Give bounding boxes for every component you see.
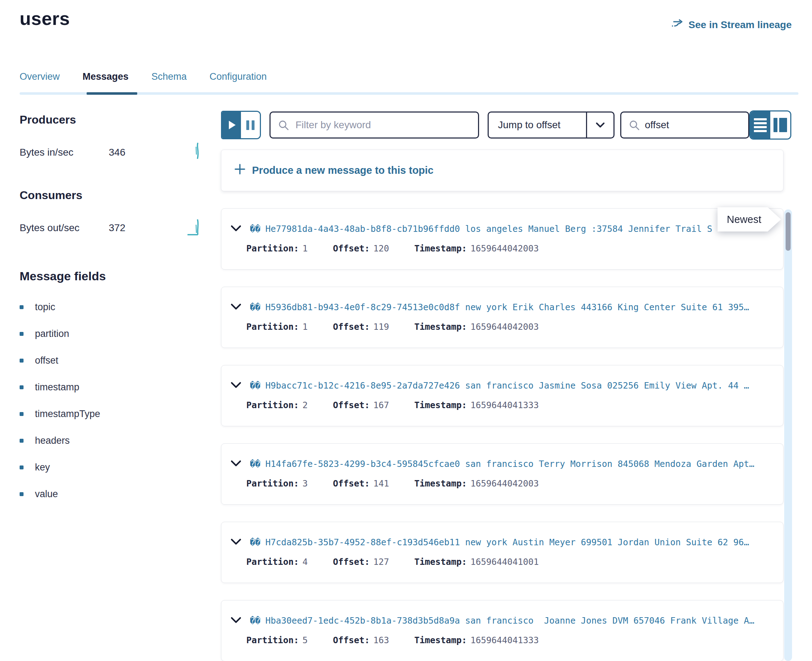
- offset-label: Offset:: [333, 400, 370, 410]
- field-item-topic[interactable]: topic: [19, 302, 203, 313]
- bytes-out-label: Bytes out/sec: [19, 222, 109, 234]
- offset-value: 167: [373, 400, 389, 410]
- partition-value: 5: [303, 635, 308, 645]
- message-row[interactable]: �� H14fa67fe-5823-4299-b3c4-595845cfcae0…: [221, 444, 783, 505]
- bullet-icon: [19, 305, 24, 309]
- pause-icon: [251, 120, 255, 130]
- field-item-headers[interactable]: headers: [19, 435, 203, 446]
- newest-tooltip-label: Newest: [727, 214, 761, 225]
- producers-heading: Producers: [19, 113, 203, 126]
- partition-label: Partition:: [246, 400, 299, 410]
- stream-lineage-label: See in Stream lineage: [689, 19, 792, 30]
- partition-label: Partition:: [246, 635, 299, 645]
- tab-configuration[interactable]: Configuration: [210, 71, 267, 92]
- replacement-char-glyphs: ��: [250, 224, 261, 234]
- field-item-offset[interactable]: offset: [19, 355, 203, 366]
- active-tab-indicator: [86, 92, 137, 95]
- message-key: H14fa67fe-5823-4299-b3c4-595845cfcae0 sa…: [266, 459, 769, 469]
- field-item-timestamptype[interactable]: timestampType: [19, 409, 203, 420]
- offset-value: 119: [373, 322, 389, 332]
- pause-button[interactable]: [241, 112, 260, 138]
- stream-lineage-link[interactable]: See in Stream lineage: [671, 19, 792, 31]
- message-row[interactable]: �� Hba30eed7-1edc-452b-8b1a-738d3b5d8a9a…: [221, 600, 783, 661]
- produce-message-button[interactable]: Produce a new message to this topic: [221, 150, 783, 191]
- bullet-icon: [19, 385, 24, 389]
- timestamp-label: Timestamp:: [414, 478, 467, 489]
- message-key: He77981da-4a43-48ab-b8f8-cb71b96ffdd0 lo…: [266, 224, 769, 234]
- chevron-down-icon[interactable]: [231, 225, 241, 233]
- timestamp-value: 1659644042003: [471, 478, 539, 489]
- messages-toolbar: Jump to offset: [221, 112, 791, 139]
- message-row[interactable]: �� H9bacc71c-b12c-4216-8e95-2a7da727e426…: [221, 365, 783, 426]
- play-button[interactable]: [222, 112, 241, 138]
- tab-overview[interactable]: Overview: [19, 71, 60, 92]
- message-row[interactable]: �� H5936db81-b943-4e0f-8c29-74513e0c0d8f…: [221, 287, 783, 348]
- message-fields-list: topic partition offset timestamp timesta…: [19, 302, 203, 500]
- field-item-key[interactable]: key: [19, 462, 203, 473]
- message-row[interactable]: �� He77981da-4a43-48ab-b8f8-cb71b96ffdd0…: [221, 208, 783, 270]
- message-list: �� He77981da-4a43-48ab-b8f8-cb71b96ffdd0…: [221, 208, 783, 661]
- replacement-char-glyphs: ��: [250, 615, 261, 626]
- jump-to-offset-value: Jump to offset: [489, 119, 586, 131]
- bullet-icon: [19, 332, 24, 336]
- bytes-in-value: 346: [109, 147, 125, 158]
- chevron-down-icon[interactable]: [231, 303, 241, 311]
- pause-icon: [246, 120, 249, 130]
- field-item-timestamp[interactable]: timestamp: [19, 382, 203, 393]
- tab-schema[interactable]: Schema: [152, 71, 187, 92]
- bytes-out-sparkline: [187, 217, 203, 239]
- view-mode-toggle: [749, 110, 791, 140]
- message-key: Hba30eed7-1edc-452b-8b1a-738d3b5d8a9a sa…: [266, 615, 769, 626]
- newest-tooltip: Newest: [718, 207, 781, 232]
- scrollbar-track[interactable]: [784, 209, 792, 661]
- tab-messages[interactable]: Messages: [83, 71, 129, 92]
- chevron-down-icon[interactable]: [231, 460, 241, 468]
- bullet-icon: [19, 439, 24, 443]
- replacement-char-glyphs: ��: [250, 302, 261, 312]
- message-row[interactable]: �� H7cda825b-35b7-4952-88ef-c193d546eb11…: [221, 522, 783, 583]
- search-icon: [629, 120, 640, 132]
- bullet-icon: [19, 465, 24, 469]
- field-label: value: [35, 489, 58, 500]
- offset-value: 141: [373, 478, 389, 489]
- chevron-down-icon[interactable]: [231, 382, 241, 390]
- field-item-value[interactable]: value: [19, 489, 203, 500]
- produce-message-label: Produce a new message to this topic: [252, 164, 434, 176]
- timestamp-label: Timestamp:: [414, 400, 467, 410]
- jump-to-offset-select[interactable]: Jump to offset: [488, 112, 615, 139]
- keyword-filter-input[interactable]: [271, 112, 478, 138]
- scrollbar-thumb[interactable]: [786, 212, 791, 251]
- search-icon: [279, 120, 289, 132]
- play-icon: [229, 121, 235, 129]
- bytes-out-value: 372: [109, 222, 125, 234]
- field-item-partition[interactable]: partition: [19, 328, 203, 339]
- partition-label: Partition:: [246, 557, 299, 567]
- partition-value: 2: [303, 400, 308, 410]
- timestamp-label: Timestamp:: [414, 635, 467, 645]
- offset-search-input[interactable]: [621, 112, 748, 138]
- topic-messages-page: users See in Stream lineage Overview Mes…: [0, 0, 812, 661]
- message-key: H5936db81-b943-4e0f-8c29-74513e0c0d8f ne…: [266, 302, 769, 312]
- offset-label: Offset:: [333, 635, 370, 645]
- partition-value: 3: [303, 478, 308, 489]
- partition-label: Partition:: [246, 322, 299, 332]
- bytes-in-sparkline: [191, 141, 203, 163]
- list-view-button[interactable]: [750, 112, 770, 139]
- column-view-button[interactable]: [770, 112, 790, 139]
- timestamp-value: 1659644042003: [471, 322, 539, 332]
- offset-label: Offset:: [333, 322, 370, 332]
- partition-label: Partition:: [246, 478, 299, 489]
- partition-value: 1: [303, 322, 308, 332]
- chevron-down-icon[interactable]: [231, 538, 241, 547]
- timestamp-value: 1659644041333: [471, 400, 539, 410]
- message-key: H9bacc71c-b12c-4216-8e95-2a7da727e426 sa…: [266, 380, 769, 391]
- offset-label: Offset:: [333, 478, 370, 489]
- chevron-down-icon[interactable]: [231, 617, 241, 625]
- offset-search: [620, 112, 749, 139]
- plus-icon: [234, 163, 246, 177]
- column-view-icon: [774, 118, 777, 132]
- partition-value: 4: [303, 557, 308, 567]
- field-label: timestamp: [35, 382, 80, 393]
- offset-label: Offset:: [333, 243, 370, 254]
- keyword-filter: [269, 112, 479, 139]
